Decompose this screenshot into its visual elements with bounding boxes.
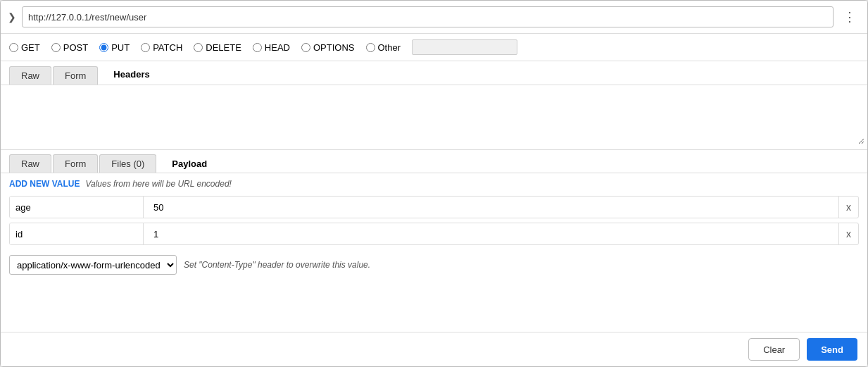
tab-form-payload[interactable]: Form bbox=[53, 154, 98, 173]
top-bar: ❯ ⋮ bbox=[1, 1, 867, 34]
send-button[interactable]: Send bbox=[807, 338, 857, 361]
kv-delete-id[interactable]: x bbox=[838, 223, 858, 244]
content-type-notice: Set "Content-Type" header to overwrite t… bbox=[184, 260, 370, 270]
footer-actions: Clear Send bbox=[1, 332, 867, 366]
payload-tabs: Raw Form Files (0) Payload bbox=[1, 150, 867, 173]
tab-files-payload[interactable]: Files (0) bbox=[99, 154, 156, 173]
tab-payload[interactable]: Payload bbox=[161, 155, 218, 173]
kv-row-age: x bbox=[9, 196, 859, 218]
method-post[interactable]: POST bbox=[51, 42, 88, 53]
bottom-panel: Raw Form Files (0) Payload ADD NEW VALUE… bbox=[1, 150, 867, 366]
menu-icon[interactable]: ⋮ bbox=[839, 8, 860, 26]
expand-icon[interactable]: ❯ bbox=[8, 11, 16, 23]
add-new-value-button[interactable]: ADD NEW VALUE bbox=[9, 179, 80, 189]
kv-value-id[interactable] bbox=[148, 223, 834, 244]
kv-row-id: x bbox=[9, 223, 859, 245]
method-get[interactable]: GET bbox=[9, 42, 40, 53]
method-put-radio[interactable] bbox=[99, 43, 108, 52]
method-patch-radio[interactable] bbox=[141, 43, 150, 52]
tab-raw-req[interactable]: Raw bbox=[9, 66, 51, 85]
payload-content: ADD NEW VALUE Values from here will be U… bbox=[1, 173, 867, 332]
method-put[interactable]: PUT bbox=[99, 42, 130, 53]
tab-raw-payload[interactable]: Raw bbox=[9, 154, 51, 173]
method-delete-radio[interactable] bbox=[194, 43, 203, 52]
method-options[interactable]: OPTIONS bbox=[301, 42, 355, 53]
method-other-label: Other bbox=[378, 42, 401, 53]
method-head-radio[interactable] bbox=[253, 43, 262, 52]
methods-row: GET POST PUT PATCH DELETE HEAD OPTIONS bbox=[1, 34, 867, 61]
method-options-radio[interactable] bbox=[301, 43, 310, 52]
content-type-select[interactable]: application/x-www-form-urlencoded multip… bbox=[9, 255, 177, 275]
browser-panel: ❯ ⋮ GET POST PUT PATCH DELETE HEAD bbox=[0, 0, 868, 367]
kv-key-age[interactable] bbox=[10, 197, 144, 218]
method-get-label: GET bbox=[21, 42, 40, 53]
tab-form-req[interactable]: Form bbox=[53, 66, 98, 85]
method-get-radio[interactable] bbox=[9, 43, 18, 52]
request-textarea[interactable] bbox=[4, 88, 864, 144]
method-post-label: POST bbox=[63, 42, 88, 53]
method-put-label: PUT bbox=[111, 42, 130, 53]
method-head[interactable]: HEAD bbox=[253, 42, 290, 53]
url-input[interactable] bbox=[22, 6, 834, 27]
method-delete-label: DELETE bbox=[206, 42, 241, 53]
clear-button[interactable]: Clear bbox=[748, 338, 800, 361]
method-post-radio[interactable] bbox=[51, 43, 61, 52]
kv-key-id[interactable] bbox=[10, 223, 144, 244]
method-options-label: OPTIONS bbox=[313, 42, 355, 53]
method-other[interactable]: Other bbox=[366, 42, 401, 53]
method-other-radio[interactable] bbox=[366, 43, 375, 52]
method-patch-label: PATCH bbox=[153, 42, 182, 53]
method-patch[interactable]: PATCH bbox=[141, 42, 182, 53]
other-method-input[interactable] bbox=[412, 39, 517, 55]
request-body-area bbox=[1, 85, 867, 150]
content-type-row: application/x-www-form-urlencoded multip… bbox=[9, 251, 859, 279]
kv-value-age[interactable] bbox=[148, 197, 834, 218]
add-new-value-row: ADD NEW VALUE Values from here will be U… bbox=[9, 179, 859, 189]
request-tabs: Raw Form Headers bbox=[1, 61, 867, 85]
method-delete[interactable]: DELETE bbox=[194, 42, 241, 53]
url-encoded-notice: Values from here will be URL encoded! bbox=[85, 179, 231, 189]
kv-delete-age[interactable]: x bbox=[838, 197, 858, 218]
tab-headers-req[interactable]: Headers bbox=[102, 66, 161, 85]
method-head-label: HEAD bbox=[265, 42, 290, 53]
